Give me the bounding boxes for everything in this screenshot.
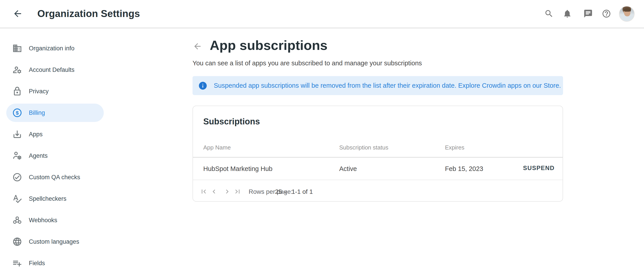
back-arrow-icon[interactable] (193, 42, 202, 51)
sidebar-item-organization-info[interactable]: Organization info (6, 39, 104, 58)
sidebar-item-label: Spellcheckers (29, 195, 66, 202)
sidebar-item-fields[interactable]: Fields (6, 254, 104, 272)
spellcheck-icon (12, 194, 22, 204)
subscriptions-card: Subscriptions App Name Subscription stat… (192, 106, 563, 202)
sidebar-item-label: Apps (29, 131, 43, 138)
check-circle-icon (12, 172, 22, 182)
sidebar-item-agents[interactable]: Agents (6, 147, 104, 165)
sidebar-item-billing[interactable]: $ Billing (6, 104, 104, 122)
back-arrow-icon[interactable] (12, 9, 23, 19)
list-add-icon (12, 258, 22, 268)
page-title: Organization Settings (37, 8, 140, 19)
column-header-expires: Expires (445, 144, 464, 151)
sidebar-item-spellcheckers[interactable]: Spellcheckers (6, 189, 104, 208)
building-icon (12, 43, 22, 53)
section-title: App subscriptions (210, 38, 328, 53)
sidebar-item-custom-qa-checks[interactable]: Custom QA checks (6, 168, 104, 186)
search-icon[interactable] (544, 9, 554, 18)
last-page-icon[interactable] (234, 187, 242, 196)
download-icon (12, 129, 22, 139)
table-header-divider (193, 157, 562, 158)
card-title: Subscriptions (203, 117, 260, 126)
sidebar-item-webhooks[interactable]: Webhooks (6, 211, 104, 229)
dollar-circle-icon: $ (12, 108, 22, 118)
sidebar-item-privacy[interactable]: Privacy (6, 82, 104, 101)
settings-sidebar: Organization info Account Defaults Priva… (0, 29, 125, 273)
user-avatar[interactable] (619, 6, 634, 22)
sidebar-item-custom-languages[interactable]: Custom languages (6, 232, 104, 251)
chat-icon[interactable] (584, 9, 593, 18)
help-icon[interactable] (602, 9, 611, 18)
notifications-icon[interactable] (562, 9, 572, 18)
svg-text:$: $ (16, 110, 19, 116)
cell-expires: Feb 15, 2023 (445, 165, 483, 172)
info-banner: Suspended app subscriptions will be remo… (192, 76, 563, 95)
suspend-button[interactable]: SUSPEND (523, 165, 554, 172)
user-cube-icon (12, 151, 22, 161)
pagination-range: 1-1 of 1 (292, 188, 313, 195)
sidebar-item-account-defaults[interactable]: Account Defaults (6, 61, 104, 79)
rows-per-page-value[interactable]: 25 (275, 188, 282, 195)
webhook-icon (12, 215, 22, 225)
sidebar-item-label: Webhooks (29, 217, 57, 224)
sidebar-item-label: Fields (29, 260, 45, 267)
column-header-subscription-status: Subscription status (339, 144, 388, 151)
info-icon (198, 81, 208, 90)
column-header-app-name: App Name (203, 144, 231, 151)
sidebar-item-apps[interactable]: Apps (6, 125, 104, 143)
table-footer-divider (193, 180, 562, 180)
sidebar-item-label: Privacy (29, 88, 49, 95)
avatar-hair (624, 8, 631, 12)
chevron-right-icon[interactable] (223, 187, 231, 196)
sidebar-item-label: Billing (29, 109, 45, 116)
cell-app-name: HubSpot Marketing Hub (203, 165, 272, 172)
chevron-left-icon[interactable] (210, 187, 218, 196)
cell-subscription-status: Active (339, 165, 357, 172)
avatar-shirt (621, 16, 632, 22)
sidebar-item-label: Agents (29, 152, 48, 159)
first-page-icon[interactable] (200, 187, 208, 196)
sidebar-item-label: Organization info (29, 45, 74, 52)
lock-icon (12, 86, 22, 96)
info-banner-text[interactable]: Suspended app subscriptions will be remo… (214, 82, 561, 89)
topbar: Organization Settings (0, 0, 644, 27)
sidebar-item-label: Custom QA checks (29, 174, 80, 181)
sidebar-item-label: Account Defaults (29, 67, 74, 73)
globe-icon (12, 237, 22, 246)
section-subtitle: You can see a list of apps you are subsc… (192, 60, 422, 67)
user-gear-icon (12, 65, 22, 75)
sidebar-item-label: Custom languages (29, 238, 79, 245)
chevron-down-icon[interactable] (282, 189, 289, 196)
